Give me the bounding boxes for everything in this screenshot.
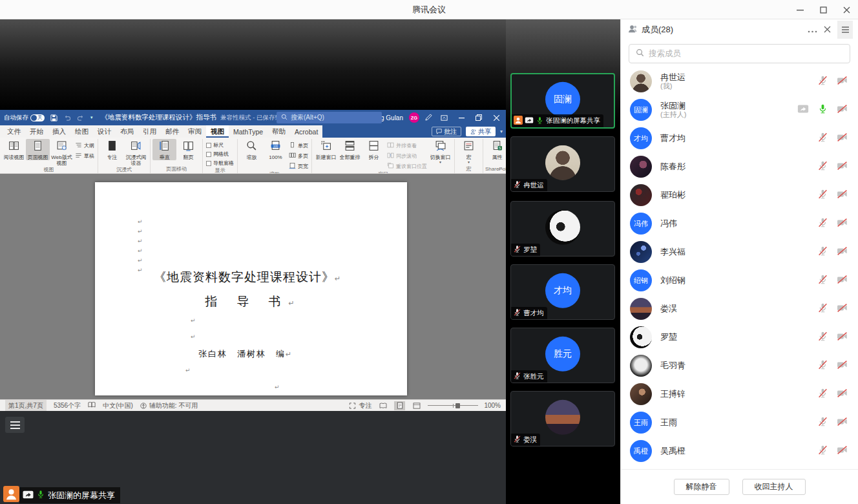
- ribbon-button-大纲[interactable]: 大纲: [75, 142, 94, 150]
- member-row-吴禹橙[interactable]: 禹橙吴禹橙: [621, 437, 858, 465]
- word-count[interactable]: 5356个字: [54, 401, 81, 410]
- close-panel-icon[interactable]: [824, 24, 831, 36]
- ribbon-checkbox-网格线[interactable]: 网格线: [206, 151, 234, 158]
- tab-引用[interactable]: 引用: [138, 125, 161, 138]
- ribbon-button-全部重排[interactable]: 全部重排: [338, 139, 362, 160]
- word-search-box[interactable]: 搜索(Alt+Q): [277, 112, 382, 123]
- member-search-box[interactable]: [629, 44, 850, 63]
- avatar: [630, 383, 652, 405]
- ribbon-button-草稿[interactable]: 草稿: [75, 152, 94, 160]
- ribbon-button-新建窗口[interactable]: 新建窗口: [314, 139, 338, 160]
- meeting-list-toggle-button[interactable]: [5, 417, 25, 433]
- ribbon-button-翻页[interactable]: 翻页: [176, 139, 200, 160]
- tab-Acrobat[interactable]: Acrobat: [290, 125, 322, 138]
- maximize-button[interactable]: [811, 0, 835, 19]
- member-row-曹才均[interactable]: 才均曹才均: [621, 124, 858, 152]
- print-layout-view-icon[interactable]: [394, 401, 405, 410]
- share-dropdown-icon[interactable]: ▾: [500, 129, 503, 134]
- revoke-host-button[interactable]: 收回主持人: [742, 479, 806, 495]
- read-mode-view-icon[interactable]: [377, 401, 388, 410]
- pen-icon[interactable]: [425, 112, 432, 123]
- ribbon-button-100%[interactable]: 100100%: [264, 139, 288, 160]
- ribbon-button-Web版式视图[interactable]: Web版式视图: [50, 139, 74, 166]
- tab-插入[interactable]: 插入: [48, 125, 70, 138]
- ribbon-button-属性[interactable]: S属性: [485, 139, 506, 160]
- ribbon-button-页宽[interactable]: 页宽: [289, 162, 308, 171]
- member-row-刘绍钢[interactable]: 绍钢刘绍钢: [621, 266, 858, 295]
- tab-开始[interactable]: 开始: [25, 125, 48, 138]
- video-tile-张固澜的屏幕共享[interactable]: 固澜张固澜的屏幕共享: [510, 73, 615, 129]
- ribbon-display-options-icon[interactable]: [438, 110, 450, 125]
- member-row-翟珀彬[interactable]: 翟珀彬: [621, 181, 858, 209]
- member-row-王雨[interactable]: 王雨王雨: [621, 408, 858, 437]
- ribbon-button-缩放[interactable]: 缩放: [240, 139, 264, 160]
- member-row-冯伟[interactable]: 冯伟冯伟: [621, 209, 858, 238]
- member-row-王搏锌[interactable]: 王搏锌: [621, 380, 858, 408]
- video-tile-冉世运[interactable]: 冉世运: [510, 136, 615, 192]
- unmute-button[interactable]: 解除静音: [674, 479, 729, 495]
- zoom-slider-handle[interactable]: [455, 403, 460, 408]
- ribbon-button-单页[interactable]: 单页: [289, 142, 308, 150]
- accessibility-status[interactable]: 辅助功能: 不可用: [140, 401, 198, 410]
- member-row-罗堃[interactable]: 罗堃: [621, 323, 858, 352]
- avatar: 王雨: [630, 412, 652, 434]
- member-search-input[interactable]: [649, 49, 843, 58]
- member-row-李兴福[interactable]: 李兴福: [621, 238, 858, 266]
- document-page[interactable]: 《地震资料数字处理课程设计》↵ 指 导 书↵ 张白林 潘树林 编↵ ↵↵↵↵↵↵…: [95, 182, 407, 395]
- ribbon-checkbox-导航窗格[interactable]: 导航窗格: [206, 160, 234, 167]
- tab-邮件[interactable]: 邮件: [161, 125, 183, 138]
- ribbon-button-垂直[interactable]: 垂直: [152, 139, 176, 160]
- ribbon-button-沉浸式阅读器[interactable]: 沉浸式阅读器: [124, 139, 148, 166]
- qat-dropdown-icon[interactable]: ▾: [90, 115, 93, 120]
- word-minimize-button[interactable]: [455, 110, 467, 125]
- member-row-陈春彤[interactable]: 陈春彤: [621, 152, 858, 181]
- autosave-toggle[interactable]: 自动保存 关: [4, 114, 45, 122]
- more-options-icon[interactable]: [808, 24, 817, 36]
- tab-审阅[interactable]: 审阅: [183, 125, 206, 138]
- share-button[interactable]: 共享: [466, 127, 496, 136]
- ribbon-checkbox-标尺[interactable]: 标尺: [206, 142, 234, 149]
- member-row-冉世运[interactable]: 冉世运(我): [621, 67, 858, 96]
- word-restore-button[interactable]: [473, 110, 485, 125]
- proofing-icon[interactable]: [88, 401, 96, 410]
- ribbon-button-切换窗口[interactable]: 切换窗口▾: [428, 139, 452, 163]
- member-row-毛羽青[interactable]: 毛羽青: [621, 352, 858, 380]
- video-tile-罗堃[interactable]: 罗堃: [510, 201, 615, 257]
- ribbon-button-阅读视图[interactable]: 阅读视图: [2, 139, 26, 160]
- member-row-张固澜[interactable]: 固澜张固澜(主持人): [621, 96, 858, 124]
- account-avatar[interactable]: ZG: [409, 112, 419, 123]
- save-button[interactable]: [50, 114, 58, 121]
- ribbon-button-拆分[interactable]: 拆分: [362, 139, 386, 160]
- tab-帮助[interactable]: 帮助: [267, 125, 290, 138]
- tab-MathType[interactable]: MathType: [229, 125, 267, 138]
- zoom-slider[interactable]: [428, 401, 478, 410]
- page-indicator[interactable]: 第1页,共7页: [5, 400, 47, 411]
- minimize-button[interactable]: [788, 0, 811, 19]
- document-area[interactable]: 《地震资料数字处理课程设计》↵ 指 导 书↵ 张白林 潘树林 编↵ ↵↵↵↵↵↵…: [0, 174, 506, 399]
- ribbon-button-页面视图[interactable]: 页面视图: [26, 139, 50, 160]
- tab-视图[interactable]: 视图: [206, 125, 229, 138]
- web-layout-view-icon[interactable]: [411, 401, 422, 410]
- focus-mode-button[interactable]: 专注: [349, 401, 371, 410]
- redo-button[interactable]: [77, 114, 85, 121]
- tab-绘图[interactable]: 绘图: [70, 125, 93, 138]
- search-icon: [281, 114, 288, 121]
- video-tile-娄淏[interactable]: 娄淏: [510, 391, 615, 446]
- collapse-ribbon-icon[interactable]: ︿: [498, 165, 503, 172]
- language-indicator[interactable]: 中文(中国): [103, 401, 133, 410]
- panel-layout-icon[interactable]: [837, 21, 853, 39]
- video-tile-张胜元[interactable]: 胜元张胜元: [510, 328, 615, 383]
- member-row-娄淏[interactable]: 娄淏: [621, 295, 858, 323]
- ribbon-button-专注[interactable]: 专注: [100, 139, 124, 160]
- tab-设计[interactable]: 设计: [93, 125, 116, 138]
- word-close-button[interactable]: [490, 110, 502, 125]
- ribbon-button-多页[interactable]: 多页: [289, 152, 308, 160]
- zoom-level[interactable]: 100%: [484, 402, 501, 409]
- close-button[interactable]: [835, 0, 858, 19]
- video-tile-曹才均[interactable]: 才均曹才均: [510, 264, 615, 320]
- ribbon-button-宏[interactable]: 宏▾: [457, 139, 481, 163]
- undo-button[interactable]: [63, 114, 71, 121]
- tab-布局[interactable]: 布局: [116, 125, 138, 138]
- comments-button[interactable]: 批注: [432, 127, 461, 136]
- tab-文件[interactable]: 文件: [3, 125, 25, 138]
